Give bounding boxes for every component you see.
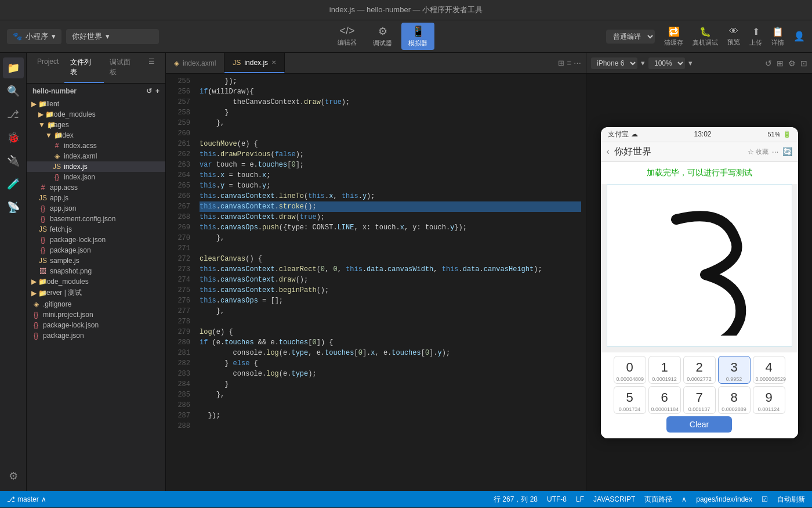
compiler-select[interactable]: 普通编译 xyxy=(606,30,655,44)
line-ending[interactable]: LF xyxy=(576,495,584,503)
sidebar-extensions-icon[interactable]: 🔌 xyxy=(3,150,24,171)
editor-tool-btn[interactable]: </> 编辑器 xyxy=(331,23,364,50)
refresh-icon[interactable]: ↺ xyxy=(146,87,152,95)
grid-view-icon[interactable]: ⊞ xyxy=(777,59,784,68)
list-item[interactable]: ▶ 📁 node_modules xyxy=(27,276,165,287)
folder-icon: ▶ 📁 xyxy=(38,110,48,118)
editor-more-icon[interactable]: ⋯ xyxy=(574,59,581,67)
code-editor: 2552562572582592602612622632642652662672… xyxy=(166,74,586,491)
phone-nav-bar: ‹ 你好世界 ☆ 收藏 ··· 🔄 xyxy=(601,142,798,162)
list-item[interactable]: # index.acss xyxy=(27,140,165,151)
list-item[interactable]: {} package.json xyxy=(27,330,165,341)
preview-btn[interactable]: 👁 预览 xyxy=(727,26,740,46)
digit-btn-5[interactable]: 5 0.001734 xyxy=(614,386,646,414)
digit-btn-4[interactable]: 4 0.000008529 xyxy=(753,356,785,384)
sidebar-remote-icon[interactable]: 📡 xyxy=(3,197,24,218)
refresh-sim-icon[interactable]: ↺ xyxy=(765,59,772,68)
add-file-icon[interactable]: + xyxy=(155,87,160,95)
avatar-btn[interactable]: 👤 xyxy=(793,31,805,42)
list-item[interactable]: ▼ 📁 index xyxy=(27,130,165,140)
sidebar-debug-icon[interactable]: 🐞 xyxy=(3,127,24,148)
more-btn[interactable]: ··· xyxy=(772,147,779,156)
branch-name[interactable]: master xyxy=(17,495,39,503)
tab-project[interactable]: Project xyxy=(31,53,64,83)
file-icon: # xyxy=(52,142,61,150)
tab-file-list[interactable]: 文件列表 xyxy=(64,53,103,83)
file-icon: JS xyxy=(38,194,48,202)
file-icon: 🖼 xyxy=(38,267,48,275)
tab-index-js[interactable]: JS index.js ✕ xyxy=(224,53,285,73)
sim-expand-icon[interactable]: ⊡ xyxy=(800,59,807,68)
simulator-toolbar: iPhone 6 ▾ 100% ▾ ↺ ⊞ ⚙ ⊡ xyxy=(586,53,812,74)
list-item[interactable]: ▼ 📁 pages xyxy=(27,120,165,130)
tab-debug-icon[interactable]: ☰ xyxy=(143,53,161,83)
back-icon[interactable]: ‹ xyxy=(607,146,610,157)
sidebar-test-icon[interactable]: 🧪 xyxy=(3,174,24,194)
list-item[interactable]: 🖼 snapshot.png xyxy=(27,266,165,276)
list-item[interactable]: {} package-lock.json xyxy=(27,320,165,330)
digit-btn-9[interactable]: 9 0.001124 xyxy=(753,386,785,414)
list-item[interactable]: {} basement.config.json xyxy=(27,214,165,224)
file-icon: {} xyxy=(31,321,41,329)
tab-index-axml[interactable]: ◈ index.axml xyxy=(166,53,224,73)
list-item[interactable]: {} app.json xyxy=(27,203,165,214)
sidebar-settings-icon[interactable]: ⚙ xyxy=(3,466,24,487)
list-item[interactable]: JS fetch.js xyxy=(27,224,165,235)
clear-button[interactable]: Clear xyxy=(666,416,732,433)
list-item[interactable]: ◈ index.axml xyxy=(27,151,165,161)
digit-btn-0[interactable]: 0 0.00004809 xyxy=(614,356,646,384)
upload-btn[interactable]: ⬆ 上传 xyxy=(749,26,762,47)
preview-label: 预览 xyxy=(727,38,740,46)
reload-btn[interactable]: 🔄 xyxy=(782,147,792,156)
tab-debug-panel[interactable]: 调试面板 xyxy=(104,53,143,83)
drawing-canvas[interactable]: 3 xyxy=(607,184,792,347)
list-item[interactable]: ▶ 📁 server | 测试 xyxy=(27,287,165,299)
list-item[interactable]: {} package-lock.json xyxy=(27,235,165,245)
status-left-items: ⎇ master ∧ xyxy=(7,495,46,503)
cursor-position[interactable]: 行 267，列 28 xyxy=(494,495,538,505)
list-item[interactable]: {} mini.project.json xyxy=(27,309,165,320)
project-selector[interactable]: 你好世界 ▾ xyxy=(66,29,159,44)
split-editor-icon[interactable]: ⊞ xyxy=(558,59,564,67)
status-left: 支付宝 ☁ xyxy=(608,129,638,139)
favorite-btn[interactable]: ☆ 收藏 xyxy=(748,147,768,156)
list-item[interactable]: JS sample.js xyxy=(27,255,165,266)
digit-btn-2[interactable]: 2 0.0002772 xyxy=(683,356,716,384)
digit-btn-7[interactable]: 7 0.001137 xyxy=(683,386,716,414)
digit-btn-6[interactable]: 6 0.00001184 xyxy=(648,386,681,414)
list-item[interactable]: ▶ 📁 client xyxy=(27,99,165,109)
language[interactable]: JAVASCRIPT xyxy=(593,495,635,503)
sidebar-git-icon[interactable]: ⎇ xyxy=(3,104,24,125)
zoom-dropdown-icon: ▾ xyxy=(688,59,693,67)
list-item[interactable]: ◈ .gitignore xyxy=(27,299,165,309)
list-item[interactable]: ▶ 📁 node_modules xyxy=(27,109,165,120)
digit-buttons: 0 0.00004809 1 0.0001912 2 0.0002772 xyxy=(601,352,798,438)
debugger-tool-btn[interactable]: ⚙ 调试器 xyxy=(366,23,399,50)
digit-btn-3[interactable]: 3 0.9952 xyxy=(718,356,751,384)
sidebar-explorer-icon[interactable]: 📁 xyxy=(3,57,24,78)
sim-action-icon[interactable]: ⚙ xyxy=(788,59,796,68)
digit-btn-8[interactable]: 8 0.0002889 xyxy=(718,386,751,414)
editor-menu-icon[interactable]: ≡ xyxy=(567,59,571,67)
zoom-select[interactable]: 100% xyxy=(648,57,685,69)
clean-cache-btn[interactable]: 🔁 清缓存 xyxy=(664,26,683,47)
list-item[interactable]: JS app.js xyxy=(27,193,165,203)
sidebar-search-icon[interactable]: 🔍 xyxy=(3,81,24,102)
encoding[interactable]: UTF-8 xyxy=(547,495,567,503)
list-item[interactable]: # app.acss xyxy=(27,182,165,193)
device-select[interactable]: iPhone 6 xyxy=(591,57,637,69)
app-selector[interactable]: 🐾 小程序 ▾ xyxy=(7,29,61,44)
simulator-tool-btn[interactable]: 📱 模拟器 xyxy=(401,23,434,50)
digit-btn-1[interactable]: 1 0.0001912 xyxy=(648,356,681,384)
code-content[interactable]: }); if(willDraw){ theCanvasContext.draw(… xyxy=(195,74,586,491)
app-label: 小程序 xyxy=(26,31,48,42)
list-item[interactable]: {} index.json xyxy=(27,172,165,182)
list-item[interactable]: {} package.json xyxy=(27,245,165,255)
file-icon: # xyxy=(38,183,48,192)
auto-refresh-checkbox[interactable]: ☑ xyxy=(762,495,768,503)
file-index-js[interactable]: JS index.js xyxy=(27,161,165,172)
tab-close-icon[interactable]: ✕ xyxy=(271,59,276,66)
detail-btn[interactable]: 📋 详情 xyxy=(771,26,784,47)
phone-status-bar: 支付宝 ☁ 13:02 51% 🔋 xyxy=(601,127,798,142)
real-debug-btn[interactable]: 🐛 真机调试 xyxy=(693,26,718,47)
